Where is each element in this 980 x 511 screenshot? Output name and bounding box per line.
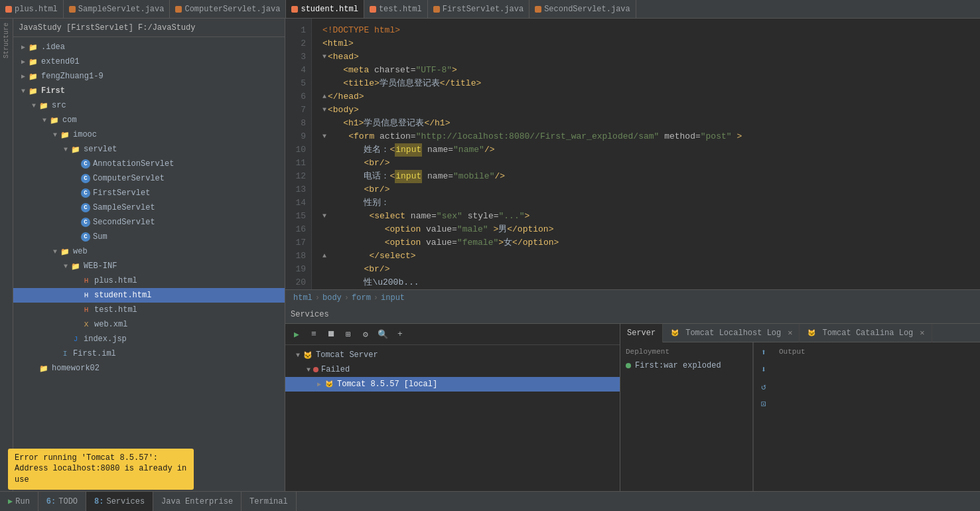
- todo-tab[interactable]: 6: TODO: [38, 492, 86, 512]
- folder-icon: 📁: [49, 115, 60, 125]
- tab-second-servlet[interactable]: SecondServlet.java: [529, 0, 636, 19]
- tree-imooc[interactable]: ▼ 📁 imooc: [13, 127, 285, 142]
- tree-first-iml[interactable]: I First.iml: [13, 346, 285, 361]
- close-localhost-log[interactable]: ✕: [788, 328, 792, 338]
- tree-second-servlet[interactable]: C SecondServlet: [13, 215, 285, 230]
- add-button[interactable]: +: [393, 327, 407, 342]
- close-catalina-log[interactable]: ✕: [920, 328, 924, 338]
- tree-label: web: [73, 247, 88, 256]
- code-line-6: ▲</head>: [312, 90, 980, 104]
- arrow-icon: ▶: [19, 43, 28, 51]
- tree-web[interactable]: ▼ 📁 web: [13, 244, 285, 259]
- failed-item[interactable]: ▼ Failed: [285, 362, 620, 377]
- run-button[interactable]: ▶: [289, 327, 304, 342]
- code-line-20: 性\u200b...: [312, 276, 980, 289]
- tab-sample-servlet[interactable]: SampleServlet.java: [64, 0, 171, 19]
- tree-sample-servlet[interactable]: C SampleServlet: [13, 200, 285, 215]
- services-panel: Services ▶ ≡ ⏹ ⊞ ⚙ 🔍 +: [285, 305, 980, 491]
- services-tabs: Server 🐱 Tomcat Localhost Log ✕ 🐱 Tomcat…: [620, 324, 980, 342]
- tree-web-xml[interactable]: X web.xml: [13, 317, 285, 332]
- breadcrumb-item[interactable]: input: [381, 293, 405, 303]
- line-numbers: 1 2 3 4 5 6 7 8 9 10 11 12 13 14 15 16 1: [285, 19, 312, 289]
- services-tree[interactable]: ▼ 🐱 Tomcat Server ▼ Failed: [285, 345, 620, 491]
- bottom-bar: ▶ Run 6: TODO 8: Services Java Enterpris…: [0, 491, 980, 511]
- tab-test-html[interactable]: test.html: [364, 0, 428, 19]
- run-tab[interactable]: ▶ Run: [0, 492, 38, 512]
- tab-localhost-log[interactable]: 🐱 Tomcat Localhost Log ✕: [663, 324, 800, 342]
- html-file-icon: H: [81, 275, 92, 286]
- deployment-item[interactable]: First:war exploded: [626, 361, 747, 370]
- tree-homework02[interactable]: 📁 homework02: [13, 361, 285, 376]
- tab-catalina-log[interactable]: 🐱 Tomcat Catalina Log ✕: [800, 324, 932, 342]
- error-icon: [313, 367, 318, 372]
- tab-computer-servlet[interactable]: ComputerServlet.java: [170, 0, 286, 19]
- java-enterprise-tab[interactable]: Java Enterprise: [153, 492, 242, 512]
- tomcat-server-label: Tomcat Server: [316, 350, 378, 360]
- iml-file-icon: I: [60, 348, 70, 359]
- grid-button[interactable]: ⊞: [341, 327, 356, 342]
- success-icon: [626, 363, 631, 368]
- tomcat-local-item[interactable]: ▶ 🐱 Tomcat 8.5.57 [local]: [285, 377, 620, 392]
- tree-student-html[interactable]: H student.html: [13, 288, 285, 303]
- action-btn-1[interactable]: ⬆: [756, 345, 771, 360]
- tree-label: student.html: [94, 291, 151, 300]
- tree-first-servlet[interactable]: C FirstServlet: [13, 186, 285, 200]
- tree-fengzhuang[interactable]: ▶ 📁 fengZhuang1-9: [13, 69, 285, 84]
- search-button[interactable]: 🔍: [376, 327, 390, 342]
- tomcat-icon: 🐱: [303, 350, 313, 360]
- filter-button[interactable]: ⚙: [358, 327, 373, 342]
- tree-label: com: [62, 115, 77, 125]
- terminal-tab[interactable]: Terminal: [242, 492, 297, 512]
- tree-computer-servlet[interactable]: C ComputerServlet: [13, 171, 285, 186]
- code-lines[interactable]: <!DOCTYPE html> <html> ▼<head> <meta cha…: [312, 19, 980, 289]
- tree-plus-html[interactable]: H plus.html: [13, 273, 285, 288]
- tab-student-html[interactable]: student.html: [286, 0, 364, 19]
- tab-first-servlet[interactable]: FirstServlet.java: [428, 0, 529, 19]
- code-line-4: <meta charset="UTF-8">: [312, 64, 980, 77]
- code-line-2: <html>: [312, 37, 980, 50]
- structure-tab[interactable]: Structure: [3, 23, 10, 58]
- html-icon: [291, 6, 298, 13]
- arrow-icon: ▼: [61, 146, 70, 153]
- tomcat-server-item[interactable]: ▼ 🐱 Tomcat Server: [285, 348, 620, 362]
- java-icon: [535, 6, 541, 13]
- services-header: Services: [285, 305, 980, 324]
- tree-test-html[interactable]: H test.html: [13, 303, 285, 317]
- folder-icon: 📁: [28, 56, 38, 67]
- tree-com[interactable]: ▼ 📁 com: [13, 113, 285, 127]
- tree-extend01[interactable]: ▶ 📁 extend01: [13, 54, 285, 69]
- tab-label: FirstServlet.java: [443, 5, 524, 14]
- code-line-13: <br/>: [312, 183, 980, 196]
- tree-label: FirstServlet: [93, 188, 150, 198]
- breadcrumb-item[interactable]: html: [293, 293, 313, 303]
- action-btn-3[interactable]: ⊡: [756, 397, 771, 411]
- project-tree[interactable]: ▶ 📁 .idea ▶ 📁 extend01 ▶ 📁 fengZhuang1-9: [13, 37, 285, 491]
- code-line-3: ▼<head>: [312, 50, 980, 64]
- tree-label: Sum: [93, 232, 107, 242]
- java-icon: [175, 6, 182, 13]
- breadcrumb-item[interactable]: body: [322, 293, 342, 303]
- list-button[interactable]: ≡: [307, 327, 321, 342]
- tree-label: test.html: [94, 305, 137, 315]
- tree-sum[interactable]: C Sum: [13, 230, 285, 244]
- stop-button[interactable]: ⏹: [324, 327, 338, 342]
- services-right: Server 🐱 Tomcat Localhost Log ✕ 🐱 Tomcat…: [620, 324, 980, 491]
- code-content[interactable]: 1 2 3 4 5 6 7 8 9 10 11 12 13 14 15 16 1: [285, 19, 980, 289]
- folder-icon: 📁: [60, 129, 70, 140]
- tree-webinf[interactable]: ▼ 📁 WEB-INF: [13, 259, 285, 273]
- tree-src[interactable]: ▼ 📁 src: [13, 98, 285, 113]
- action-btn-2[interactable]: ⬇: [756, 362, 771, 377]
- tab-server[interactable]: Server: [620, 324, 663, 342]
- tab-plus-html[interactable]: plus.html: [0, 0, 64, 19]
- tree-servlet[interactable]: ▼ 📁 servlet: [13, 142, 285, 157]
- tree-index-jsp[interactable]: J index.jsp: [13, 332, 285, 346]
- todo-tab-label: TODO: [58, 497, 78, 506]
- tree-idea[interactable]: ▶ 📁 .idea: [13, 40, 285, 54]
- breadcrumb-item[interactable]: form: [352, 293, 371, 303]
- services-tab[interactable]: 8: Services: [86, 492, 153, 512]
- refresh-btn[interactable]: ↺: [756, 380, 771, 394]
- code-line-17: <option value="female">女</option>: [312, 236, 980, 250]
- tree-first[interactable]: ▼ 📁 First: [13, 84, 285, 98]
- arrow-icon: ▼: [50, 248, 60, 256]
- tree-annotation-servlet[interactable]: C AnnotationServlet: [13, 157, 285, 171]
